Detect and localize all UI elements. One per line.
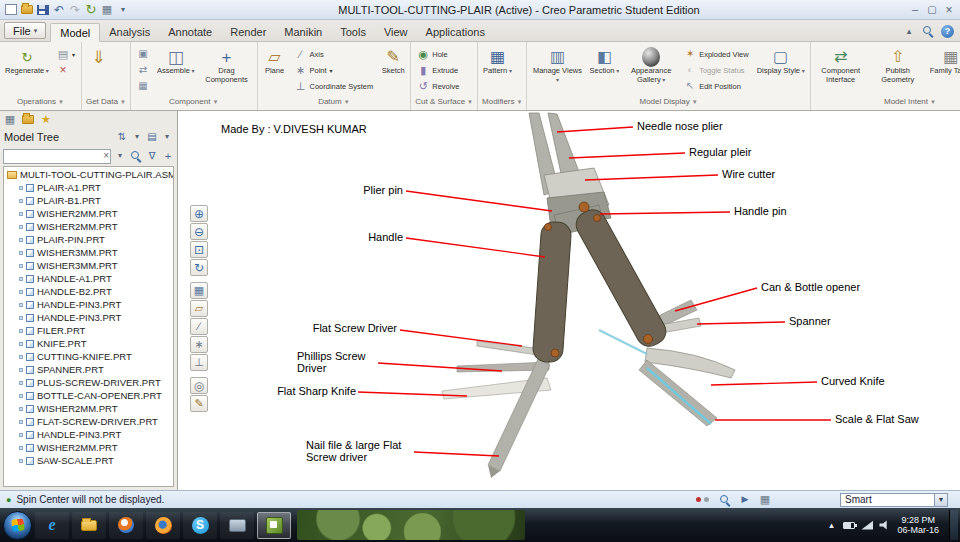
tree-item[interactable]: PLAIR-B1.PRT [4, 194, 173, 207]
graphics-area[interactable]: ⊕⊖⊡↻▦▱∕∗⊥◎✎ Made By : V.DIVESH KUMAR [178, 111, 960, 490]
filter-icon[interactable]: ∇ [146, 149, 158, 163]
scale-saw-part[interactable] [639, 360, 717, 426]
volume-icon[interactable] [879, 520, 891, 530]
add-column-icon[interactable]: + [162, 149, 174, 163]
show-desktop-button[interactable] [949, 510, 958, 540]
datum-axis-display-button[interactable]: ∕ [190, 318, 208, 335]
zoom-out-button[interactable]: ⊖ [190, 223, 208, 240]
spanner-part[interactable] [659, 318, 701, 333]
find-icon[interactable] [719, 494, 731, 506]
phillips-screwdriver-part[interactable] [457, 362, 549, 372]
restore-icon[interactable]: ▢ [926, 3, 938, 17]
tree-item[interactable]: KNIFE.PRT [4, 337, 173, 350]
point-button[interactable]: ∗Point▾ [291, 62, 378, 78]
tab-analysis[interactable]: Analysis [100, 22, 159, 41]
tab-file[interactable]: File▾ [4, 22, 46, 39]
favorites-icon[interactable]: ★ [40, 113, 52, 127]
display-style-button[interactable]: ▢Display Style ▾ [754, 44, 808, 77]
battery-icon[interactable] [843, 522, 855, 529]
plane-button[interactable]: ▱Plane [260, 44, 290, 77]
appearance-gallery-button[interactable]: Appearance Gallery ▾ [623, 44, 679, 85]
internet-explorer-button[interactable]: e [35, 512, 69, 539]
search-dropdown-icon[interactable]: ▾ [114, 149, 126, 163]
tree-item[interactable]: HANDLE-PIN3.PRT [4, 298, 173, 311]
tree-item[interactable]: HANDLE-PIN3.PRT [4, 311, 173, 324]
plier-jaw-left[interactable] [529, 113, 559, 195]
refit-button[interactable]: ⊡ [190, 241, 208, 258]
revolve-button[interactable]: ↺Revolve [413, 78, 463, 94]
save-icon[interactable] [37, 5, 49, 15]
tree-item[interactable]: FLAT-SCREW-DRIVER.PRT [4, 415, 173, 428]
start-button[interactable] [3, 511, 32, 540]
network-icon[interactable] [861, 521, 873, 530]
exploded-view-button[interactable]: ✶Exploded View [680, 46, 752, 62]
undo-icon[interactable]: ↶ [53, 3, 65, 17]
coordinate-system-button[interactable]: ⊥Coordinate System [291, 78, 378, 94]
ribbon-group-label[interactable]: Component▼ [131, 96, 257, 109]
tree-item[interactable]: WISHER2MM.PRT [4, 402, 173, 415]
flat-screwdriver-part[interactable] [477, 341, 551, 357]
tree-item[interactable]: WISHER2MM.PRT [4, 220, 173, 233]
tree-item[interactable]: FILER.PRT [4, 324, 173, 337]
nail-file-part[interactable] [488, 359, 550, 471]
drag-components-button[interactable]: +Drag Components [199, 44, 255, 85]
tree-settings-dropdown-icon[interactable]: ▾ [131, 130, 143, 144]
handle-right-top-pin[interactable] [594, 215, 601, 222]
can-bottle-opener-part[interactable] [654, 300, 697, 328]
tree-item[interactable]: HANDLE-A1.PRT [4, 272, 173, 285]
qat-dropdown-icon[interactable]: ▾ [117, 3, 129, 17]
ribbon-group-label[interactable]: Modifiers▼ [478, 96, 526, 109]
firefox-button[interactable] [146, 512, 180, 539]
delete-icon-button[interactable]: × [53, 62, 79, 78]
tree-item[interactable]: PLAIR-A1.PRT [4, 181, 173, 194]
repaint-button[interactable]: ↻ [190, 259, 208, 276]
tree-settings-icon[interactable]: ⇅ [116, 130, 128, 144]
tab-applications[interactable]: Applications [417, 22, 494, 41]
pattern-button[interactable]: ▦Pattern ▾ [480, 44, 515, 77]
component-interface-button[interactable]: ⇄Component Interface [813, 44, 869, 85]
ribbon-group-label[interactable]: Model Display▼ [527, 96, 809, 109]
collapse-ribbon-icon[interactable]: ▴ [903, 24, 915, 38]
clock[interactable]: 9:28 PM 06-Mar-16 [897, 515, 939, 535]
tree-item[interactable]: HANDLE-B2.PRT [4, 285, 173, 298]
copy-icon-button[interactable]: ▤▾ [53, 46, 79, 62]
family-table-button[interactable]: ▦Family Table [927, 44, 960, 77]
hidden-icons-icon[interactable]: ▴ [825, 518, 837, 532]
section-button[interactable]: ◧Section ▾ [586, 44, 622, 77]
tree-item[interactable]: WISHER3MM.PRT [4, 259, 173, 272]
creo-taskbar-button[interactable] [257, 512, 291, 539]
tree-item[interactable]: SAW-SCALE.PRT [4, 454, 173, 467]
assemble-button[interactable]: ◫Assemble ▾ [154, 44, 198, 77]
redo-icon[interactable]: ↷ [69, 3, 81, 17]
tree-item[interactable]: PLUS-SCREW-DRIVER.PRT [4, 376, 173, 389]
help-icon[interactable] [941, 25, 954, 38]
folder-tab-icon[interactable] [22, 115, 34, 124]
clear-search-icon[interactable]: × [103, 150, 109, 161]
datum-plane-display-button[interactable]: ▱ [190, 300, 208, 317]
handle-left-part[interactable] [532, 221, 572, 363]
open-icon[interactable] [21, 5, 33, 14]
tree-display-icon[interactable]: ▤ [146, 130, 158, 144]
ribbon-group-label[interactable]: Get Data▼ [82, 96, 130, 109]
ribbon-group-label[interactable]: Datum▼ [258, 96, 411, 109]
tree-item[interactable]: WISHER2MM.PRT [4, 207, 173, 220]
tab-model[interactable]: Model [50, 23, 100, 42]
media-player-button[interactable] [109, 512, 143, 539]
window-icon[interactable]: ▦ [759, 493, 771, 507]
tab-manikin[interactable]: Manikin [275, 22, 331, 41]
axis-button[interactable]: ∕Axis [291, 46, 378, 62]
regenerate-icon[interactable]: ↻ [85, 3, 97, 17]
tab-view[interactable]: View [375, 22, 417, 41]
skype-button[interactable]: S [183, 512, 217, 539]
manage-views-button[interactable]: ▥Manage Views ▾ [529, 44, 585, 85]
flat-sharp-knife-part[interactable] [442, 378, 551, 399]
tree-display-dropdown-icon[interactable]: ▾ [161, 130, 173, 144]
tab-render[interactable]: Render [221, 22, 275, 41]
curved-knife-part[interactable] [645, 348, 735, 378]
tree-item[interactable]: BOTTLE-CAN-OPENER.PRT [4, 389, 173, 402]
tree-item[interactable]: PLAIR-PIN.PRT [4, 233, 173, 246]
pattern-mini-icon-button[interactable]: ▦ [133, 78, 153, 94]
tab-tools[interactable]: Tools [331, 22, 375, 41]
plier-jaw-base[interactable] [544, 168, 609, 215]
record-icon[interactable] [695, 495, 711, 505]
